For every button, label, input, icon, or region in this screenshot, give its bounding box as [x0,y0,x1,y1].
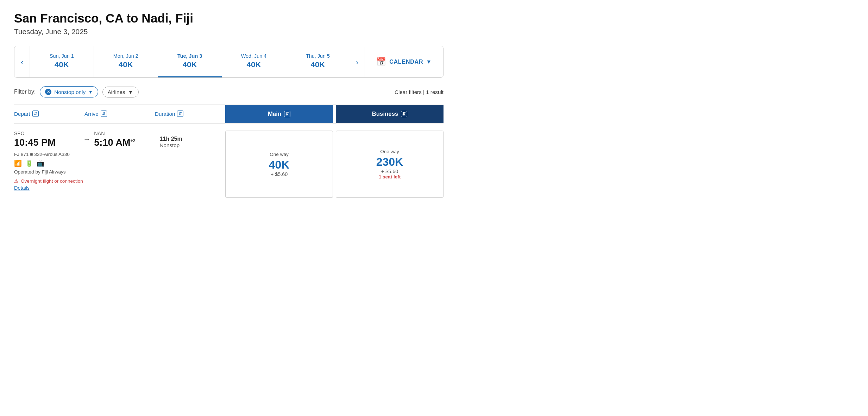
arrive-sort-button[interactable]: Arrive ⇵ [84,111,155,117]
airlines-filter-button[interactable]: Airlines ▼ [102,87,139,97]
date-points-1: 40K [98,60,154,69]
nonstop-chevron-icon: ▼ [88,89,93,95]
duration-text: 11h 25m [160,136,225,142]
nonstop-filter-button[interactable]: ✕ Nonstop only ▼ [40,86,98,97]
col-arrive-header: Arrive ⇵ [84,105,155,123]
overnight-warning: ⚠ Overnight flight or connection [14,178,225,184]
warning-icon: ⚠ [14,178,19,184]
business-one-way-label: One way [380,149,399,154]
business-fare-points: 230K [376,156,403,169]
business-fare-tax: + $5.60 [381,169,398,174]
flight-number: FJ 871 [14,152,29,157]
table-row: SFO 10:45 PM → NAN 5:10 AM+2 11h 25m Non… [14,123,444,198]
page-subtitle: Tuesday, June 3, 2025 [14,27,444,36]
aircraft-type: 332-Airbus A330 [34,152,70,157]
date-item-2[interactable]: Tue, Jun 3 40K [158,46,222,77]
arrive-time: 5:10 AM+2 [94,137,159,148]
flight-icons: 📶 🔋 📺 [14,160,225,167]
main-sort-icon: ⇵ [284,111,290,117]
date-label-3: Wed, Jun 4 [226,53,282,59]
airport-row: SFO 10:45 PM → NAN 5:10 AM+2 11h 25m Non… [14,131,225,148]
main-one-way-label: One way [270,152,289,157]
stops-text: Nonstop [160,142,225,148]
col-main-header[interactable]: Main ⇵ [225,105,333,123]
filter-separator: | [423,89,426,95]
calendar-chevron-icon: ▼ [426,59,432,65]
filter-bar: Filter by: ✕ Nonstop only ▼ Airlines ▼ C… [14,86,444,97]
duration-col-label: Duration [155,111,175,117]
operated-by: Operated by Fiji Airways [14,169,225,175]
results-header: Depart ⇵ Arrive ⇵ Duration ⇵ Main ⇵ Busi… [14,105,444,123]
main-fare-box[interactable]: One way 40K + $5.60 [225,131,333,198]
date-item-1[interactable]: Mon, Jun 2 40K [94,46,158,77]
date-item-4[interactable]: Thu, Jun 5 40K [286,46,350,77]
flight-dot: ■ [30,152,34,157]
col-depart-header: Depart ⇵ [14,105,84,123]
depart-sort-icon: ⇵ [32,111,39,117]
business-sort-icon: ⇵ [401,111,407,117]
duration-block: 11h 25m Nonstop [160,136,225,148]
calendar-label: CALENDAR [389,59,423,65]
date-label-2: Tue, Jun 3 [162,53,218,59]
col-duration-header: Duration ⇵ [155,105,225,123]
date-item-0[interactable]: Sun, Jun 1 40K [30,46,94,77]
overnight-text: Overnight flight or connection [21,178,83,184]
date-nav-prev[interactable]: ‹ [14,46,30,77]
flight-info: SFO 10:45 PM → NAN 5:10 AM+2 11h 25m Non… [14,131,225,198]
arrive-col-label: Arrive [84,111,99,117]
nonstop-filter-label: Nonstop only [54,89,86,95]
arrive-offset: +2 [130,138,135,143]
wifi-icon: 📶 [14,160,22,167]
page-title: San Francisco, CA to Nadi, Fiji [14,11,444,25]
calendar-button[interactable]: 📅 CALENDAR ▼ [365,46,443,77]
depart-sort-button[interactable]: Depart ⇵ [14,111,84,117]
business-col-label: Business [372,111,398,118]
depart-code: SFO [14,131,80,136]
date-nav-next[interactable]: › [350,46,365,77]
clear-filters-link[interactable]: Clear filters [395,89,422,95]
flight-meta: FJ 871 ■ 332-Airbus A330 [14,152,225,157]
date-item-3[interactable]: Wed, Jun 4 40K [222,46,286,77]
filter-right: Clear filters | 1 result [395,89,444,95]
result-count: 1 result [426,89,444,95]
entertainment-icon: 📺 [37,160,44,167]
date-label-1: Mon, Jun 2 [98,53,154,59]
date-points-2: 40K [162,60,218,69]
details-link[interactable]: Details [14,185,225,191]
flight-arrow-icon: → [80,135,94,144]
date-label-0: Sun, Jun 1 [33,53,90,59]
filter-label: Filter by: [14,89,36,95]
duration-sort-icon: ⇵ [177,111,183,117]
business-fare-box[interactable]: One way 230K + $5.60 1 seat left [336,131,444,198]
duration-sort-button[interactable]: Duration ⇵ [155,111,225,117]
depart-col-label: Depart [14,111,30,117]
date-label-4: Thu, Jun 5 [290,53,346,59]
depart-time: 10:45 PM [14,137,80,148]
arrive-sort-icon: ⇵ [101,111,107,117]
power-icon: 🔋 [25,160,33,167]
date-points-0: 40K [33,60,90,69]
main-fare-points: 40K [269,158,290,171]
main-col-label: Main [268,111,281,118]
main-fare-tax: + $5.60 [271,171,288,177]
nonstop-remove-icon[interactable]: ✕ [45,89,51,95]
arrive-code: NAN [94,131,159,136]
calendar-icon: 📅 [376,57,386,67]
col-business-header[interactable]: Business ⇵ [336,105,444,123]
fare-boxes: One way 40K + $5.60 One way 230K + $5.60… [225,131,444,198]
airlines-filter-label: Airlines [108,89,125,95]
business-seat-left: 1 seat left [379,174,401,179]
date-points-4: 40K [290,60,346,69]
date-points-3: 40K [226,60,282,69]
depart-block: SFO 10:45 PM [14,131,80,148]
date-selector: ‹ Sun, Jun 1 40K Mon, Jun 2 40K Tue, Jun… [14,46,444,78]
airlines-chevron-icon: ▼ [128,89,133,95]
arrive-block: NAN 5:10 AM+2 [94,131,159,148]
